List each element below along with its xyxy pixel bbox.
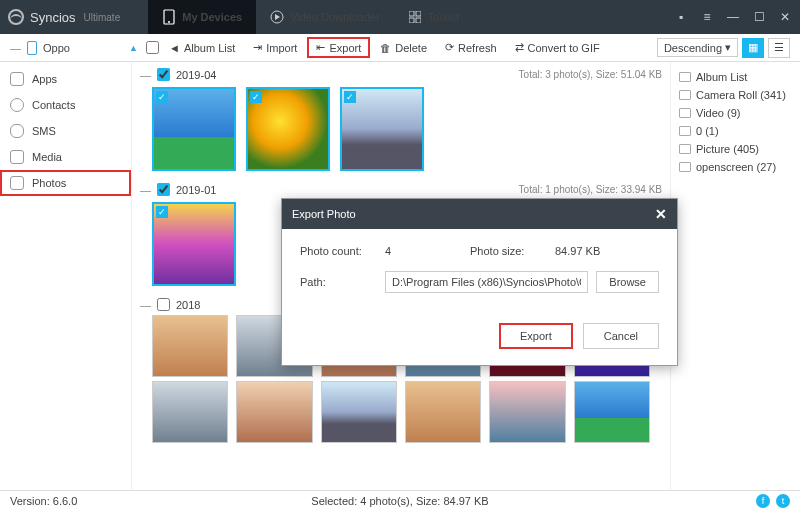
tab-label: Toolkit (428, 11, 459, 23)
photo-thumbnail[interactable] (489, 381, 565, 443)
view-list-button[interactable]: ☰ (768, 38, 790, 58)
sidebar-item-media[interactable]: Media (0, 144, 131, 170)
album-item[interactable]: Video (9) (677, 104, 794, 122)
album-list-button[interactable]: ◄Album List (161, 39, 243, 57)
album-item[interactable]: openscreen (27) (677, 158, 794, 176)
minimize-button[interactable]: — (726, 10, 740, 24)
svg-rect-4 (416, 11, 421, 16)
device-selector[interactable]: — Oppo ▲ (10, 41, 138, 55)
convert-gif-button[interactable]: ⇄Convert to GIF (507, 38, 608, 57)
sort-controls: Descending▾ ▦ ☰ (657, 38, 790, 58)
group-header[interactable]: — 2019-04 Total: 3 photo(s), Size: 51.04… (140, 66, 662, 83)
photo-thumbnail[interactable] (152, 315, 228, 377)
media-icon (10, 150, 24, 164)
photo-thumbnail[interactable]: ✓ (152, 87, 236, 171)
check-icon: ✓ (156, 91, 168, 103)
maximize-button[interactable]: ☐ (752, 10, 766, 24)
sidebar-item-contacts[interactable]: Contacts (0, 92, 131, 118)
delete-button[interactable]: 🗑Delete (372, 39, 435, 57)
photo-thumbnail[interactable] (405, 381, 481, 443)
path-input[interactable] (385, 271, 588, 293)
group-info: Total: 3 photo(s), Size: 51.04 KB (519, 69, 662, 80)
apps-icon (10, 72, 24, 86)
photo-group: — 2019-04 Total: 3 photo(s), Size: 51.04… (140, 66, 662, 175)
group-checkbox[interactable] (157, 298, 170, 311)
group-header[interactable]: — 2019-01 Total: 1 photo(s), Size: 33.94… (140, 181, 662, 198)
logo-icon (8, 9, 24, 25)
album-item[interactable]: 0 (1) (677, 122, 794, 140)
album-panel: Album List Camera Roll (341) Video (9) 0… (670, 62, 800, 490)
tab-label: Video Downloader (290, 11, 380, 23)
export-icon: ⇤ (316, 41, 325, 54)
sidebar-item-sms[interactable]: SMS (0, 118, 131, 144)
export-button[interactable]: ⇤Export (307, 37, 370, 58)
selection-status: Selected: 4 photo(s), Size: 84.97 KB (311, 495, 488, 507)
svg-rect-3 (409, 11, 414, 16)
sub-toolbar: — Oppo ▲ ◄Album List ⇥Import ⇤Export 🗑De… (0, 34, 800, 62)
sidebar-item-apps[interactable]: Apps (0, 66, 131, 92)
tab-toolkit[interactable]: Toolkit (394, 0, 473, 34)
view-grid-button[interactable]: ▦ (742, 38, 764, 58)
tab-video-downloader[interactable]: Video Downloader (256, 0, 394, 34)
image-icon (679, 162, 691, 172)
close-button[interactable]: ✕ (778, 10, 792, 24)
browse-button[interactable]: Browse (596, 271, 659, 293)
album-item[interactable]: Picture (405) (677, 140, 794, 158)
notification-icon[interactable]: ▪ (674, 10, 688, 24)
collapse-icon: — (140, 299, 151, 311)
convert-icon: ⇄ (515, 41, 524, 54)
sort-dropdown[interactable]: Descending▾ (657, 38, 738, 57)
menu-icon[interactable]: ≡ (700, 10, 714, 24)
import-button[interactable]: ⇥Import (245, 38, 305, 57)
facebook-icon[interactable]: f (756, 494, 770, 508)
album-item[interactable]: Camera Roll (341) (677, 86, 794, 104)
photo-thumbnail[interactable] (152, 381, 228, 443)
photo-thumbnail[interactable]: ✓ (340, 87, 424, 171)
group-checkbox[interactable] (157, 68, 170, 81)
select-all-checkbox[interactable] (146, 41, 159, 54)
grid-icon (408, 10, 422, 24)
check-icon: ✓ (344, 91, 356, 103)
sidebar-item-photos[interactable]: Photos (0, 170, 131, 196)
info-row: Photo count: 4 Photo size: 84.97 KB (300, 245, 659, 257)
dialog-footer: Export Cancel (282, 323, 677, 365)
sms-icon (10, 124, 24, 138)
photo-count-label: Photo count: (300, 245, 385, 257)
folder-icon (679, 72, 691, 82)
group-info: Total: 1 photo(s), Size: 33.94 KB (519, 184, 662, 195)
photo-thumbnail[interactable] (574, 381, 650, 443)
sidebar: Apps Contacts SMS Media Photos (0, 62, 132, 490)
thumbnail-row (140, 379, 662, 445)
photo-thumbnail[interactable] (321, 381, 397, 443)
check-icon: ✓ (156, 206, 168, 218)
group-name: 2019-04 (176, 69, 216, 81)
phone-icon (162, 10, 176, 24)
photo-thumbnail[interactable]: ✓ (152, 202, 236, 286)
collapse-icon: — (140, 184, 151, 196)
tab-my-devices[interactable]: My Devices (148, 0, 256, 34)
device-phone-icon (27, 41, 37, 55)
camera-icon (679, 90, 691, 100)
refresh-icon: ⟳ (445, 41, 454, 54)
photo-thumbnail[interactable] (236, 381, 312, 443)
photo-thumbnail[interactable]: ✓ (246, 87, 330, 171)
cancel-button[interactable]: Cancel (583, 323, 659, 349)
play-icon (270, 10, 284, 24)
svg-point-1 (168, 21, 170, 23)
app-name: Syncios (30, 10, 76, 25)
close-icon[interactable]: ✕ (655, 206, 667, 222)
collapse-icon: — (140, 69, 151, 81)
dialog-header: Export Photo ✕ (282, 199, 677, 229)
action-toolbar: ◄Album List ⇥Import ⇤Export 🗑Delete ⟳Ref… (146, 37, 790, 58)
thumbnail-row: ✓ ✓ ✓ (140, 83, 662, 175)
twitter-icon[interactable]: t (776, 494, 790, 508)
export-confirm-button[interactable]: Export (499, 323, 573, 349)
social-links: f t (756, 494, 790, 508)
album-list-header[interactable]: Album List (677, 68, 794, 86)
app-edition: Ultimate (84, 12, 121, 23)
photo-size-value: 84.97 KB (555, 245, 600, 257)
refresh-button[interactable]: ⟳Refresh (437, 38, 505, 57)
svg-rect-5 (409, 18, 414, 23)
group-checkbox[interactable] (157, 183, 170, 196)
photo-size-label: Photo size: (470, 245, 555, 257)
